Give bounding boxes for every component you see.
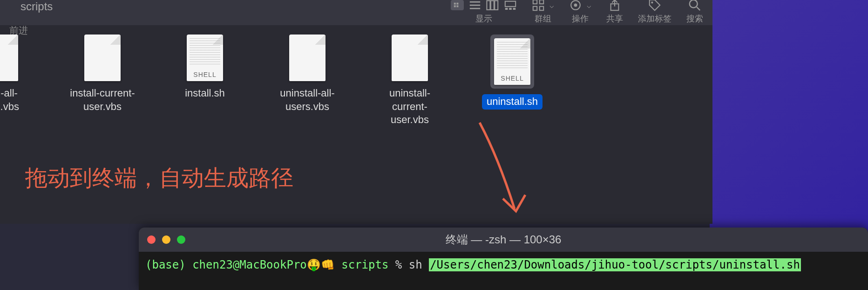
prompt-dir: scripts bbox=[341, 258, 388, 271]
svg-rect-13 bbox=[513, 8, 516, 10]
file-icon bbox=[289, 35, 326, 81]
svg-point-19 bbox=[574, 4, 577, 7]
shell-file-icon bbox=[187, 35, 223, 81]
group-button[interactable]: ⌵ 群组 bbox=[532, 0, 554, 24]
file-item[interactable]: install-current- user.vbs bbox=[65, 35, 140, 127]
finder-toolbar: scripts 前进 显示 ⌵ 群组 ⌵ 操作 bbox=[0, 0, 712, 25]
share-button[interactable]: 共享 bbox=[606, 0, 623, 24]
zoom-button[interactable] bbox=[177, 235, 185, 244]
file-item[interactable]: install.sh bbox=[168, 35, 242, 127]
terminal-titlebar[interactable]: 终端 — -zsh — 100×36 bbox=[139, 228, 868, 252]
shell-file-icon bbox=[494, 38, 530, 85]
file-label: install-current- user.vbs bbox=[70, 87, 135, 113]
terminal-window: 终端 — -zsh — 100×36 (base) chen23@MacBook… bbox=[139, 228, 868, 290]
file-label: uninstall-current- user.vbs bbox=[373, 87, 447, 127]
svg-rect-10 bbox=[505, 1, 515, 7]
file-item[interactable]: stall-all- sers.vbs bbox=[0, 35, 37, 127]
view-toggle-group: 显示 bbox=[451, 0, 517, 24]
search-label: 搜索 bbox=[686, 13, 703, 24]
share-icon bbox=[608, 0, 621, 10]
tag-icon bbox=[648, 0, 661, 10]
terminal-body[interactable]: (base) chen23@MacBookPro🤑👊 scripts % sh … bbox=[139, 252, 868, 278]
tags-label: 添加标签 bbox=[638, 13, 671, 24]
close-button[interactable] bbox=[147, 235, 156, 244]
svg-rect-17 bbox=[540, 7, 543, 10]
svg-rect-1 bbox=[456, 2, 458, 4]
file-icon bbox=[0, 35, 18, 81]
svg-rect-14 bbox=[533, 0, 537, 4]
group-icon bbox=[532, 0, 545, 10]
svg-rect-3 bbox=[456, 5, 458, 7]
file-item[interactable]: uninstall-all- users.vbs bbox=[270, 35, 345, 127]
prompt-command: sh bbox=[409, 258, 422, 271]
svg-rect-8 bbox=[491, 0, 494, 10]
list-view-icon[interactable] bbox=[468, 0, 481, 10]
action-label: 操作 bbox=[572, 13, 589, 24]
file-item[interactable]: uninstall-current- user.vbs bbox=[373, 35, 447, 127]
file-item[interactable]: uninstall.sh bbox=[475, 35, 549, 127]
column-view-icon[interactable] bbox=[486, 0, 499, 10]
finder-file-grid: stall-all- sers.vbsinstall-current- user… bbox=[0, 25, 712, 136]
file-label: uninstall.sh bbox=[482, 94, 542, 110]
traffic-lights bbox=[147, 235, 185, 244]
svg-rect-11 bbox=[505, 8, 508, 10]
annotation-text: 拖动到终端，自动生成路径 bbox=[25, 163, 293, 193]
file-label: stall-all- sers.vbs bbox=[0, 87, 19, 113]
view-label: 显示 bbox=[475, 13, 492, 24]
svg-rect-9 bbox=[495, 0, 498, 10]
prompt-char: % bbox=[395, 258, 402, 271]
icon-view-icon[interactable] bbox=[451, 0, 464, 10]
prompt-user: chen23@MacBookPro bbox=[192, 258, 307, 271]
group-label: 群组 bbox=[535, 13, 551, 24]
gear-icon bbox=[569, 0, 582, 10]
minimize-button[interactable] bbox=[162, 235, 170, 244]
svg-point-21 bbox=[651, 1, 653, 3]
svg-rect-12 bbox=[509, 8, 512, 10]
search-icon bbox=[688, 0, 701, 10]
share-label: 共享 bbox=[606, 13, 623, 24]
file-icon bbox=[84, 35, 121, 81]
svg-rect-15 bbox=[540, 0, 543, 4]
svg-line-23 bbox=[697, 7, 700, 10]
terminal-title: 终端 — -zsh — 100×36 bbox=[446, 232, 562, 247]
svg-rect-0 bbox=[454, 2, 456, 4]
file-icon bbox=[392, 35, 428, 81]
gallery-view-icon[interactable] bbox=[504, 0, 517, 10]
prompt-emoji: 🤑👊 bbox=[307, 258, 335, 271]
folder-title: scripts bbox=[20, 0, 53, 13]
action-button[interactable]: ⌵ 操作 bbox=[569, 0, 591, 24]
tags-button[interactable]: 添加标签 bbox=[638, 0, 671, 24]
file-label: uninstall-all- users.vbs bbox=[280, 87, 334, 113]
svg-rect-16 bbox=[533, 7, 537, 10]
prompt-path: /Users/chen23/Downloads/jihuo-tool/scrip… bbox=[429, 258, 801, 271]
search-button[interactable]: 搜索 bbox=[686, 0, 703, 24]
annotation-arrow bbox=[470, 120, 536, 223]
prompt-env: (base) bbox=[145, 258, 186, 271]
file-label: install.sh bbox=[185, 87, 225, 100]
svg-point-22 bbox=[690, 0, 698, 8]
svg-rect-2 bbox=[454, 5, 456, 7]
svg-rect-7 bbox=[487, 0, 490, 10]
